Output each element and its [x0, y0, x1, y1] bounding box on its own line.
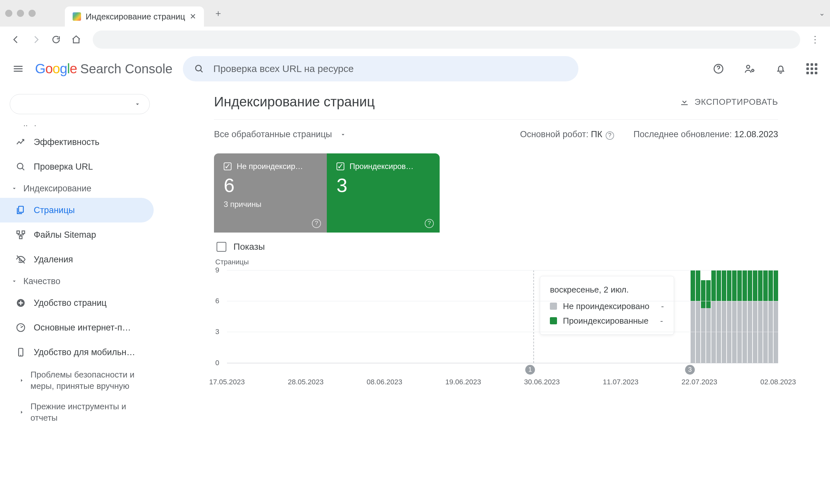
svg-point-0: [195, 65, 201, 71]
export-button[interactable]: ЭКСПОРТИРОВАТЬ: [679, 97, 778, 107]
chart[interactable]: воскресенье, 2 июл. Не проиндексировано-…: [214, 270, 778, 363]
legend-swatch-green: [550, 317, 557, 324]
chart-bar: [691, 270, 695, 363]
help-icon[interactable]: ?: [425, 219, 434, 228]
svg-point-3: [752, 69, 754, 72]
sidebar-item-label: Удобство страниц: [34, 298, 107, 308]
reload-button[interactable]: [50, 33, 62, 46]
sidebar-item-performance[interactable]: Эффективность: [0, 130, 154, 154]
sidebar-section-label: Индексирование: [23, 184, 91, 194]
filter-label: Все обработанные страницы: [214, 129, 332, 139]
product-logo[interactable]: Google Search Console: [35, 61, 172, 76]
sidebar-item-core-web-vitals[interactable]: Основные интернет-п…: [0, 315, 154, 340]
chart-bar: [758, 270, 763, 363]
gauge-icon: [15, 322, 26, 333]
chart-bar: [742, 270, 747, 363]
close-tab-icon[interactable]: ✕: [190, 12, 196, 21]
url-inspect-search[interactable]: Проверка всех URL на ресурсе: [183, 56, 578, 82]
logo-search: Search: [80, 62, 121, 76]
pages-filter-dropdown[interactable]: Все обработанные страницы: [214, 129, 346, 139]
forward-button[interactable]: [30, 33, 42, 46]
x-tick: 02.08.2023: [760, 378, 796, 386]
sidebar-item-label: Удаления: [34, 255, 73, 265]
searchbox-placeholder: Проверка всех URL на ресурсе: [213, 63, 354, 74]
hamburger-menu-icon[interactable]: [12, 62, 25, 75]
x-tick: 17.05.2023: [209, 378, 245, 386]
tab-label: Проиндексиров…: [350, 162, 414, 171]
help-icon[interactable]: ?: [606, 131, 614, 140]
tooltip-series-indexed: Проиндексированные: [563, 316, 648, 326]
sidebar-section-quality[interactable]: Качество: [0, 272, 160, 291]
last-updated-info: Последнее обновление: 12.08.2023: [634, 129, 778, 139]
chevron-right-icon: [19, 409, 25, 415]
impressions-label: Показы: [233, 242, 265, 252]
users-settings-icon[interactable]: [743, 62, 756, 75]
browser-menu-icon[interactable]: ⋮: [810, 34, 820, 45]
property-selector[interactable]: [10, 94, 150, 114]
sidebar-item-pages[interactable]: Страницы: [0, 198, 154, 222]
tooltip-series-not-indexed: Не проиндексировано: [563, 301, 649, 311]
smartphone-icon: [15, 347, 26, 357]
search-icon: [194, 64, 204, 74]
tab-indexed[interactable]: ✓Проиндексиров… 3 ?: [327, 153, 440, 232]
browser-tab[interactable]: Индексирование страниц ✕: [65, 6, 204, 27]
chart-bar: [716, 270, 721, 363]
sidebar-section-indexing[interactable]: Индексирование: [0, 179, 160, 198]
y-tick: 6: [215, 297, 219, 305]
chart-x-axis: 17.05.202328.05.202308.06.202319.06.2023…: [227, 363, 778, 392]
logo-console: Console: [125, 62, 172, 76]
tab-label: Не проиндексир…: [237, 162, 303, 171]
tooltip-title: воскресенье, 2 июл.: [550, 285, 664, 295]
tab-not-indexed[interactable]: ✓Не проиндексир… 6 3 причины ?: [214, 153, 327, 232]
sidebar-item-label: Проверка URL: [34, 162, 93, 172]
zoom-window-icon[interactable]: [29, 10, 36, 17]
favicon-icon: [73, 12, 81, 21]
apps-grid-icon[interactable]: [805, 62, 818, 75]
chart-tooltip: воскресенье, 2 июл. Не проиндексировано-…: [540, 276, 674, 335]
tabs-overflow-icon[interactable]: ⌄: [819, 9, 825, 18]
sidebar-item-mobile-usability[interactable]: Удобство для мобильн…: [0, 340, 154, 365]
address-bar[interactable]: [93, 30, 800, 49]
notifications-icon[interactable]: [774, 62, 787, 75]
sidebar-item-security[interactable]: Проблемы безопасности и меры, принятые в…: [0, 365, 160, 396]
checkbox-checked-icon: ✓: [224, 162, 231, 170]
annotation-marker-1[interactable]: 1: [525, 365, 535, 375]
download-icon: [679, 97, 689, 107]
close-window-icon[interactable]: [5, 10, 12, 17]
annotation-marker-3[interactable]: 3: [685, 365, 695, 375]
sidebar-item-page-experience[interactable]: Удобство страниц: [0, 291, 154, 315]
sidebar-item-label: Эффективность: [34, 137, 99, 147]
sidebar-item-sitemaps[interactable]: Файлы Sitemap: [0, 222, 154, 247]
minimize-window-icon[interactable]: [17, 10, 24, 17]
svg-rect-5: [19, 206, 23, 213]
y-tick: 3: [215, 327, 219, 336]
chart-bar: [737, 270, 742, 363]
svg-rect-7: [22, 231, 25, 233]
svg-rect-8: [20, 236, 22, 239]
svg-point-2: [747, 65, 750, 68]
home-button[interactable]: [70, 33, 82, 46]
chart-bar: [768, 270, 773, 363]
status-tabs: ✓Не проиндексир… 6 3 причины ? ✓Проиндек…: [214, 153, 778, 232]
hide-icon: [15, 254, 26, 265]
chevron-down-icon: [340, 131, 346, 138]
sidebar: ·· · Эффективность Проверка URL Индексир…: [0, 85, 160, 504]
sidebar-item-url-inspect[interactable]: Проверка URL: [0, 154, 154, 179]
chevron-down-icon: [134, 100, 141, 108]
checkbox-checked-icon: ✓: [337, 162, 344, 170]
sidebar-item-label: Проблемы безопасности и меры, принятые в…: [30, 369, 150, 392]
sidebar-item-label: Страницы: [34, 205, 75, 215]
impressions-toggle[interactable]: Показы: [214, 232, 778, 258]
sidebar-item-removals[interactable]: Удаления: [0, 247, 154, 272]
chart-bar: [732, 270, 737, 363]
tab-value: 3: [337, 174, 430, 196]
help-icon[interactable]: [712, 62, 725, 75]
browser-titlebar: Индексирование страниц ✕ ＋ ⌄: [0, 0, 830, 27]
chevron-down-icon: [11, 185, 18, 192]
help-icon[interactable]: ?: [312, 219, 321, 228]
new-tab-button[interactable]: ＋: [213, 8, 223, 19]
back-button[interactable]: [10, 33, 22, 46]
x-tick: 22.07.2023: [681, 378, 717, 386]
sidebar-item-legacy-tools[interactable]: Прежние инструменты и отчеты: [0, 396, 160, 428]
x-tick: 11.07.2023: [603, 378, 638, 386]
